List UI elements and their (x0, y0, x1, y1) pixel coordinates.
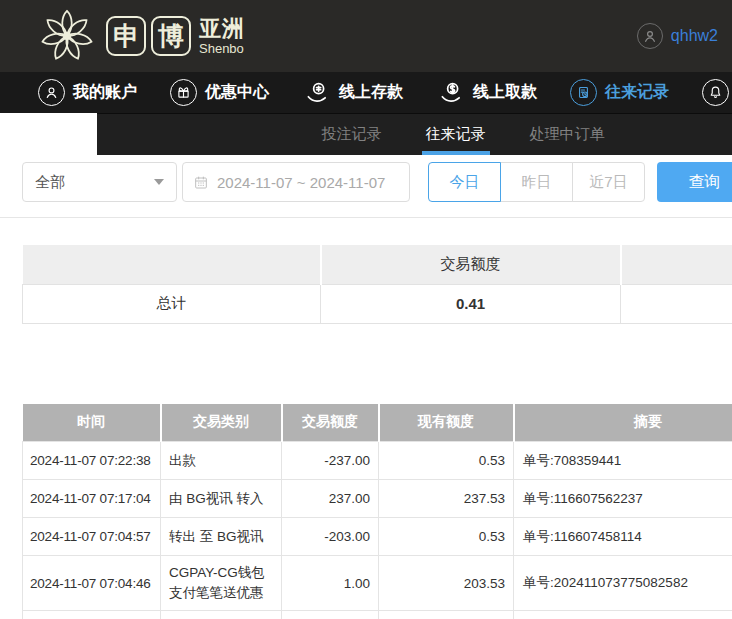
date-range-value: 2024-11-07 ~ 2024-11-07 (217, 174, 385, 191)
cell-amount: -237.00 (282, 442, 379, 480)
tab-transaction-records[interactable]: 往来记录 (422, 114, 490, 155)
summary-total-row: 总计 0.41 (23, 284, 732, 323)
summary-total-value: 0.41 (321, 284, 621, 323)
nav-item-label: 优惠中心 (205, 82, 269, 103)
table-row: 2024-11-07 07:04:46 CGPAY-CG钱包支付笔笔送优惠 1.… (23, 556, 732, 611)
logo-region-text: 亚洲 (199, 18, 245, 40)
flower-logo-icon (38, 7, 96, 65)
cell-summary: 单号:116607562237 (514, 480, 732, 518)
nav-item-promotions[interactable]: 优惠中心 (170, 79, 269, 106)
date-range-input[interactable]: 2024-11-07 ~ 2024-11-07 (182, 162, 410, 202)
nav-item-messages[interactable]: 信息 (702, 79, 732, 106)
col-header-balance: 现有额度 (379, 404, 514, 442)
logo-subtitle-text: Shenbo (199, 42, 245, 55)
logo-char-shen: 申 (106, 16, 146, 56)
sub-navigation: 投注记录 往来记录 处理中订单 (97, 113, 732, 155)
nav-item-transaction-records[interactable]: 往来记录 (570, 79, 669, 106)
summary-header-empty (23, 245, 321, 284)
main-navigation: 我的账户 优惠中心 线上存款 线上取款 往来记录 (0, 72, 732, 113)
username-label[interactable]: qhhw2 (671, 27, 718, 45)
cell-type: CGPAY支付 (161, 611, 282, 619)
cell-time: 2024-11-07 07:22:38 (23, 442, 161, 480)
withdraw-hand-coin-icon (436, 78, 465, 107)
cell-amount: 237.00 (282, 480, 379, 518)
cell-type: 转出 至 BG视讯 (161, 518, 282, 556)
col-header-amount: 交易额度 (282, 404, 379, 442)
nav-item-deposit[interactable]: 线上存款 (302, 78, 403, 107)
cell-time: 2024-11-07 07:04:46 (23, 611, 161, 619)
nav-item-label: 往来记录 (605, 82, 669, 103)
cell-summary: 单号:202411073775082582 (514, 611, 732, 619)
brand-logo[interactable]: 申 博 亚洲 Shenbo (38, 7, 245, 65)
summary-total-label: 总计 (23, 284, 321, 323)
logo-char-bo: 博 (151, 16, 191, 56)
summary-header-amount: 交易额度 (321, 245, 621, 284)
gift-icon (170, 79, 197, 106)
table-row: 2024-11-07 07:04:46 CGPAY支付 200.00 202.5… (23, 611, 732, 619)
records-clipboard-clock-icon (570, 79, 597, 106)
summary-header-empty (621, 245, 732, 284)
user-account[interactable]: qhhw2 (637, 23, 718, 49)
cell-balance: 202.53 (379, 611, 514, 619)
cell-balance: 237.53 (379, 480, 514, 518)
cell-time: 2024-11-07 07:17:04 (23, 480, 161, 518)
cell-amount: 200.00 (282, 611, 379, 619)
cell-type: CGPAY-CG钱包支付笔笔送优惠 (161, 556, 282, 611)
user-icon (38, 79, 65, 106)
col-header-time: 时间 (23, 404, 161, 442)
summary-header-row: 交易额度 (23, 245, 732, 284)
records-table: 时间 交易类别 交易额度 现有额度 摘要 2024-11-07 07:22:38… (22, 404, 732, 619)
avatar-icon (637, 23, 663, 49)
today-button[interactable]: 今日 (428, 162, 501, 202)
nav-item-label: 线上取款 (473, 82, 537, 103)
type-select[interactable]: 全部 (22, 162, 177, 202)
cell-type: 由 BG视讯 转入 (161, 480, 282, 518)
col-header-type: 交易类别 (161, 404, 282, 442)
tab-bet-records[interactable]: 投注记录 (318, 114, 386, 155)
nav-item-label: 我的账户 (73, 82, 137, 103)
bell-icon (702, 79, 729, 106)
cell-type: 出款 (161, 442, 282, 480)
table-row: 2024-11-07 07:04:57 转出 至 BG视讯 -203.00 0.… (23, 518, 732, 556)
table-row: 2024-11-07 07:22:38 出款 -237.00 0.53 单号:7… (23, 442, 732, 480)
col-header-summary: 摘要 (514, 404, 732, 442)
filter-bar: 全部 2024-11-07 ~ 2024-11-07 今日 昨日 近7日 查询 (0, 155, 732, 218)
summary-empty-cell (621, 284, 732, 323)
calendar-icon (193, 174, 209, 190)
nav-item-withdraw[interactable]: 线上取款 (436, 78, 537, 107)
last7days-button[interactable]: 近7日 (572, 162, 645, 202)
deposit-hand-coin-icon (302, 78, 331, 107)
table-row: 2024-11-07 07:17:04 由 BG视讯 转入 237.00 237… (23, 480, 732, 518)
cell-time: 2024-11-07 07:04:46 (23, 556, 161, 611)
cell-balance: 0.53 (379, 442, 514, 480)
quick-date-buttons: 今日 昨日 近7日 (428, 162, 645, 202)
records-header-row: 时间 交易类别 交易额度 现有额度 摘要 (23, 404, 732, 442)
type-select-value: 全部 (35, 173, 65, 192)
nav-item-my-account[interactable]: 我的账户 (38, 79, 137, 106)
nav-item-label: 线上存款 (339, 82, 403, 103)
cell-summary: 单号:116607458114 (514, 518, 732, 556)
search-button[interactable]: 查询 (657, 162, 732, 202)
cell-balance: 0.53 (379, 518, 514, 556)
cell-time: 2024-11-07 07:04:57 (23, 518, 161, 556)
cell-amount: -203.00 (282, 518, 379, 556)
top-header: 申 博 亚洲 Shenbo qhhw2 (0, 0, 732, 72)
chevron-down-icon (154, 179, 164, 185)
cell-summary: 单号:708359441 (514, 442, 732, 480)
summary-table: 交易额度 总计 0.41 (22, 245, 732, 324)
cell-summary: 单号:202411073775082582 (514, 556, 732, 611)
cell-amount: 1.00 (282, 556, 379, 611)
page-root: 申 博 亚洲 Shenbo qhhw2 我的账户 (0, 0, 732, 619)
tab-pending-orders[interactable]: 处理中订单 (526, 114, 609, 155)
yesterday-button[interactable]: 昨日 (500, 162, 573, 202)
cell-balance: 203.53 (379, 556, 514, 611)
